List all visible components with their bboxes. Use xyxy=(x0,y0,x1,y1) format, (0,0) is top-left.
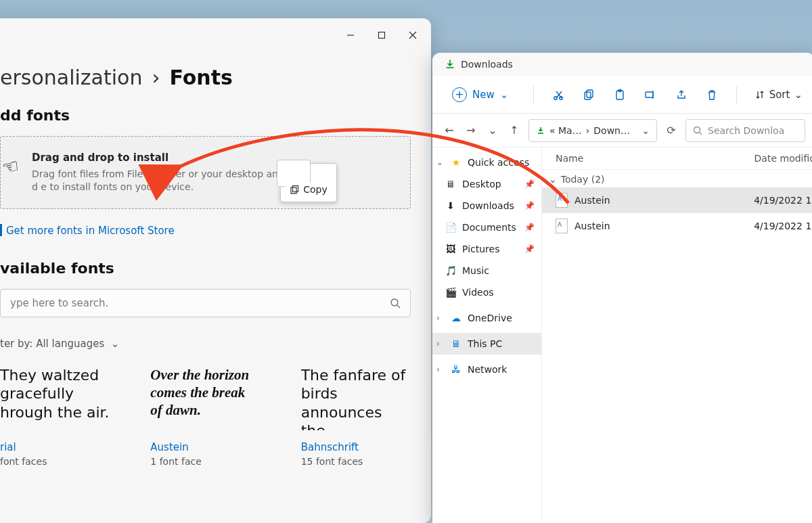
chevron-down-icon: ⌄ xyxy=(108,338,119,350)
font-name[interactable]: Austein xyxy=(150,441,260,453)
chevron-down-icon: ⌄ xyxy=(500,89,509,101)
sidebar-this-pc[interactable]: › 🖥 This PC xyxy=(432,333,541,355)
minimize-button[interactable] xyxy=(335,24,366,46)
pin-icon: 📌 xyxy=(524,223,535,232)
settings-titlebar xyxy=(0,18,431,52)
svg-rect-9 xyxy=(587,90,593,97)
pin-icon: 📌 xyxy=(524,201,535,210)
cloud-icon: ☁ xyxy=(450,312,462,324)
sidebar-onedrive[interactable]: › ☁ OneDrive xyxy=(432,307,541,329)
svg-rect-17 xyxy=(293,186,298,192)
col-date[interactable]: Date modific xyxy=(754,153,812,164)
file-row[interactable]: Austein4/19/2022 1: xyxy=(542,213,812,239)
svg-rect-16 xyxy=(291,187,296,194)
svg-rect-12 xyxy=(646,92,653,97)
drop-title: Drag and drop to install xyxy=(32,152,395,164)
chevron-down-icon[interactable]: ⌄ xyxy=(485,124,500,137)
share-button[interactable] xyxy=(675,88,687,101)
font-cards: They waltzed gracefully hrough the air. … xyxy=(0,366,411,467)
svg-rect-8 xyxy=(585,92,591,99)
chevron-down-icon: ⌄ xyxy=(549,174,557,185)
file-row[interactable]: Austein4/19/2022 1: xyxy=(542,187,812,213)
new-button[interactable]: + New ⌄ xyxy=(445,84,516,106)
sidebar-item-desktop[interactable]: 🖥Desktop📌 xyxy=(432,173,541,195)
chevron-right-icon: › xyxy=(436,365,445,374)
close-button[interactable] xyxy=(397,24,428,46)
sidebar-network[interactable]: › 🖧 Network xyxy=(432,359,541,380)
back-button[interactable]: ← xyxy=(442,124,457,137)
download-icon xyxy=(445,59,455,70)
font-sample: Over the horizon comes the break of dawn… xyxy=(150,366,260,430)
network-icon: 🖧 xyxy=(450,363,462,376)
maximize-button[interactable] xyxy=(366,24,397,46)
up-button[interactable]: ↑ xyxy=(507,124,522,137)
svg-line-15 xyxy=(700,133,702,135)
breadcrumb-current: Fonts xyxy=(169,66,232,89)
available-fonts-heading: vailable fonts xyxy=(0,260,411,277)
music-icon: 🎵 xyxy=(445,265,457,277)
document-icon: 📄 xyxy=(445,221,457,233)
font-card[interactable]: Over the horizon comes the break of dawn… xyxy=(150,366,260,467)
sidebar-item-picture[interactable]: 🖼Pictures📌 xyxy=(432,238,541,260)
copy-button[interactable] xyxy=(583,88,595,101)
sidebar-quick-access[interactable]: ⌄ ★ Quick access xyxy=(432,152,541,173)
font-file-icon xyxy=(556,219,568,233)
font-sample: The fanfare of birds announces the… xyxy=(301,366,411,430)
desktop-icon: 🖥 xyxy=(445,178,457,190)
drag-copy-tooltip: Copy xyxy=(280,163,337,202)
filter-row[interactable]: ter by: All languages ⌄ xyxy=(0,338,411,350)
font-card[interactable]: The fanfare of birds announces the… Bahn… xyxy=(301,366,411,467)
explorer-search-input[interactable]: Search Downloa xyxy=(685,119,805,142)
chevron-down-icon: ⌄ xyxy=(794,89,803,101)
font-faces: 1 font face xyxy=(150,456,260,467)
explorer-tab[interactable]: Downloads xyxy=(432,53,812,76)
cut-button[interactable] xyxy=(551,88,564,101)
svg-line-5 xyxy=(397,305,400,308)
picture-icon: 🖼 xyxy=(445,243,457,255)
rename-button[interactable] xyxy=(644,88,656,101)
font-name[interactable]: Bahnschrift xyxy=(301,441,411,453)
video-icon: 🎬 xyxy=(445,286,457,298)
search-icon xyxy=(390,298,401,309)
search-placeholder: ype here to search. xyxy=(10,297,390,309)
download-icon: ⬇ xyxy=(445,200,457,212)
sidebar-item-video[interactable]: 🎬Videos xyxy=(432,281,541,303)
column-headers[interactable]: Name Date modific xyxy=(542,147,812,170)
drop-description: Drag font files from File Explorer or yo… xyxy=(32,168,289,194)
delete-button[interactable] xyxy=(705,88,718,101)
breadcrumb-parent[interactable]: ersonalization xyxy=(0,66,142,89)
sidebar-item-music[interactable]: 🎵Music xyxy=(432,260,541,281)
col-name[interactable]: Name xyxy=(556,153,754,164)
star-icon: ★ xyxy=(450,156,462,168)
sort-icon xyxy=(754,89,765,100)
explorer-sidebar: ⌄ ★ Quick access 🖥Desktop📌⬇Downloads📌📄Do… xyxy=(432,147,542,523)
file-group-today[interactable]: ⌄ Today (2) xyxy=(542,170,812,187)
sort-button[interactable]: Sort ⌄ xyxy=(754,89,803,101)
search-icon xyxy=(693,126,702,135)
store-link[interactable]: Get more fonts in Microsoft Store xyxy=(0,224,175,237)
font-sample: They waltzed gracefully hrough the air. xyxy=(0,366,110,430)
sidebar-item-document[interactable]: 📄Documents📌 xyxy=(432,217,541,238)
forward-button[interactable]: → xyxy=(464,124,478,137)
font-name[interactable]: rial xyxy=(0,441,110,453)
font-search-input[interactable]: ype here to search. xyxy=(0,289,411,317)
download-icon xyxy=(536,126,545,135)
tab-title: Downloads xyxy=(461,59,513,70)
explorer-toolbar: + New ⌄ Sort ⌄ xyxy=(432,76,812,114)
settings-window: ersonalization › Fonts dd fonts ☜ Drag a… xyxy=(0,18,431,523)
pin-icon: 📌 xyxy=(524,179,535,189)
sidebar-item-download[interactable]: ⬇Downloads📌 xyxy=(432,195,541,217)
font-faces: font faces xyxy=(0,456,110,467)
font-file-icon xyxy=(556,193,568,208)
file-pane: Name Date modific ⌄ Today (2) Austein4/1… xyxy=(542,147,812,523)
font-card[interactable]: They waltzed gracefully hrough the air. … xyxy=(0,366,110,467)
font-drop-zone[interactable]: ☜ Drag and drop to install Drag font fil… xyxy=(0,136,411,209)
refresh-button[interactable]: ⟳ xyxy=(664,124,679,137)
add-fonts-heading: dd fonts xyxy=(0,107,411,124)
paste-button[interactable] xyxy=(613,88,626,101)
chevron-right-icon: › xyxy=(152,66,160,89)
copy-icon xyxy=(290,185,299,194)
address-bar[interactable]: « Ma… › Down… ⌄ xyxy=(528,119,657,142)
chevron-down-icon[interactable]: ⌄ xyxy=(641,125,650,136)
explorer-window: Downloads + New ⌄ Sort ⌄ ← → ⌄ ↑ « Ma… ›… xyxy=(432,53,812,523)
